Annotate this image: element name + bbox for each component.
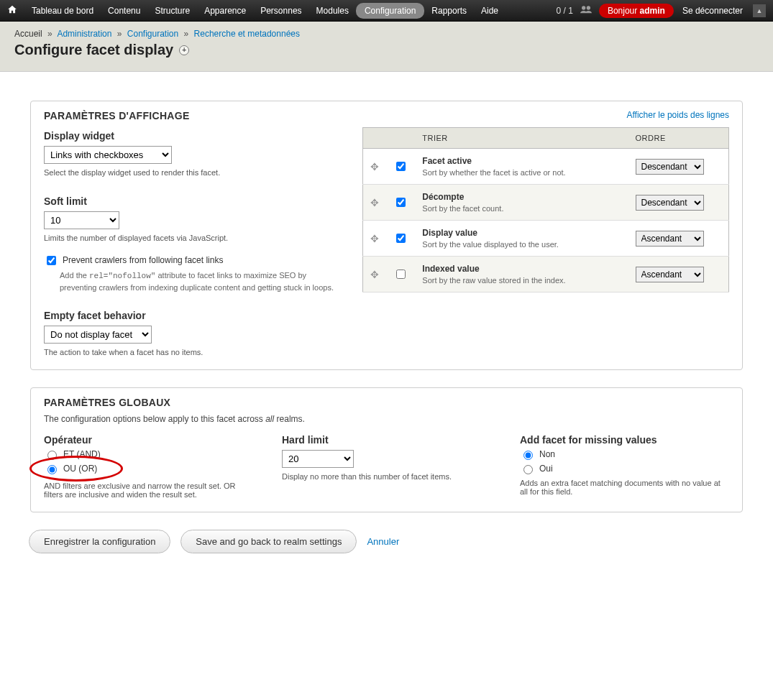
operator-or-label: OU (OR) (63, 464, 97, 474)
sort-row-checkbox[interactable] (396, 270, 406, 279)
hard-limit-desc: Display no more than this number of face… (282, 472, 491, 481)
admin-menu-item[interactable]: Apparence (197, 1, 253, 21)
sort-row-title: Display value (422, 228, 621, 238)
users-icon (580, 5, 592, 16)
content: Afficher le poids des lignes PARAMÈTRES … (0, 72, 773, 582)
sort-row-checkbox[interactable] (396, 234, 406, 243)
breadcrumb-link[interactable]: Recherche et metadonnées (194, 29, 300, 39)
hard-limit-select[interactable]: 20 (282, 450, 354, 468)
breadcrumb-home: Accueil (14, 29, 42, 39)
page-title: Configure facet display + (14, 42, 759, 58)
sort-order-select[interactable]: DescendantAscendant (636, 267, 704, 282)
logout-link[interactable]: Se déconnecter (682, 6, 743, 16)
empty-behavior-select[interactable]: Do not display facet (44, 326, 152, 344)
user-badge[interactable]: Bonjour admin (599, 4, 674, 18)
empty-behavior-desc: The action to take when a facet has no i… (44, 348, 345, 356)
add-shortcut-icon[interactable]: + (179, 45, 189, 55)
breadcrumb-link[interactable]: Configuration (127, 29, 178, 39)
soft-limit-desc: Limits the number of displayed facets vi… (44, 234, 345, 242)
admin-menu-item[interactable]: Aide (474, 1, 506, 21)
save-button[interactable]: Enregistrer la configuration (29, 530, 170, 553)
admin-menu-item[interactable]: Modules (309, 1, 356, 21)
shortcut-counter: 0 / 1 (557, 6, 573, 16)
missing-no-label: Non (539, 449, 555, 459)
cancel-link[interactable]: Annuler (367, 536, 399, 547)
sort-row-desc: Sort by the raw value stored in the inde… (422, 276, 621, 285)
missing-label: Add facet for missing values (520, 434, 729, 446)
admin-toolbar: Tableau de bordContenuStructureApparence… (0, 0, 773, 22)
breadcrumb-link[interactable]: Administration (57, 29, 111, 39)
table-row: ✥Display valueSort by the value displaye… (363, 221, 729, 257)
admin-menu-item[interactable]: Configuration (356, 3, 424, 19)
sort-order-select[interactable]: DescendantAscendant (636, 195, 704, 211)
drag-handle-icon[interactable]: ✥ (363, 257, 387, 293)
operator-or-radio[interactable] (47, 465, 57, 474)
sort-table: TRIER ORDRE ✥Facet activeSort by whether… (362, 127, 729, 293)
breadcrumb: Accueil » Administration » Configuration… (14, 29, 759, 39)
display-widget-label: Display widget (44, 130, 345, 142)
nofollow-desc: Add the rel="nofollow" attribute to face… (60, 270, 345, 294)
drag-handle-icon[interactable]: ✥ (363, 185, 387, 221)
th-sort: TRIER (415, 128, 628, 149)
missing-no-radio[interactable] (523, 451, 533, 460)
hello-prefix: Bonjour (608, 6, 640, 16)
missing-yes-label: Oui (539, 464, 553, 474)
save-back-button[interactable]: Save and go back to realm settings (180, 530, 357, 553)
drag-handle-icon[interactable]: ✥ (363, 221, 387, 257)
sort-row-title: Décompte (422, 192, 621, 202)
show-row-weights-link[interactable]: Afficher le poids des lignes (626, 110, 729, 120)
sort-row-desc: Sort by the facet count. (422, 204, 621, 213)
drag-handle-icon[interactable]: ✥ (363, 149, 387, 185)
svg-point-1 (587, 6, 590, 9)
table-row: ✥DécompteSort by the facet count.Descend… (363, 185, 729, 221)
sort-row-desc: Sort by whether the facet is active or n… (422, 168, 621, 177)
display-widget-desc: Select the display widget used to render… (44, 168, 345, 177)
sort-row-checkbox[interactable] (396, 162, 406, 171)
soft-limit-select[interactable]: 10 (44, 211, 119, 229)
th-check (386, 128, 415, 149)
missing-desc: Adds an extra facet matching documents w… (520, 479, 729, 496)
hard-limit-label: Hard limit (282, 434, 491, 446)
global-desc: The configuration options below apply to… (44, 414, 729, 424)
operator-and-label: ET (AND) (63, 449, 101, 459)
sort-row-checkbox[interactable] (396, 198, 406, 207)
operator-desc: AND filters are exclusive and narrow the… (44, 482, 253, 499)
display-settings-panel: Afficher le poids des lignes PARAMÈTRES … (30, 101, 743, 370)
admin-menu-item[interactable]: Contenu (101, 1, 147, 21)
missing-yes-radio[interactable] (523, 465, 533, 474)
admin-menu-item[interactable]: Tableau de bord (24, 1, 101, 21)
th-drag (363, 128, 387, 149)
empty-behavior-label: Empty facet behavior (44, 310, 345, 321)
hello-user: admin (640, 6, 665, 16)
soft-limit-label: Soft limit (44, 195, 345, 207)
admin-menu-item[interactable]: Rapports (424, 1, 474, 21)
operator-label: Opérateur (44, 434, 253, 446)
toolbar-collapse-icon[interactable]: ▲ (753, 4, 766, 17)
svg-point-0 (582, 6, 585, 9)
nofollow-label: Prevent crawlers from following facet li… (63, 255, 223, 265)
sort-row-title: Facet active (422, 156, 621, 166)
sort-order-select[interactable]: DescendantAscendant (636, 159, 704, 175)
sort-row-title: Indexed value (422, 264, 621, 274)
operator-and-radio[interactable] (47, 451, 57, 460)
global-settings-panel: PARAMÈTRES GLOBAUX The configuration opt… (30, 387, 743, 512)
th-order: ORDRE (628, 128, 729, 149)
form-actions: Enregistrer la configuration Save and go… (29, 530, 744, 553)
global-legend: PARAMÈTRES GLOBAUX (44, 397, 729, 408)
table-row: ✥Facet activeSort by whether the facet i… (363, 149, 729, 185)
display-widget-select[interactable]: Links with checkboxes (44, 146, 172, 164)
nofollow-checkbox[interactable] (47, 256, 56, 265)
table-row: ✥Indexed valueSort by the raw value stor… (363, 257, 729, 293)
sort-row-desc: Sort by the value displayed to the user. (422, 240, 621, 249)
admin-menu-item[interactable]: Structure (147, 1, 197, 21)
home-icon[interactable] (7, 4, 17, 17)
admin-menu-item[interactable]: Personnes (253, 1, 308, 21)
sort-order-select[interactable]: DescendantAscendant (636, 231, 704, 247)
subheader: Accueil » Administration » Configuration… (0, 22, 773, 72)
